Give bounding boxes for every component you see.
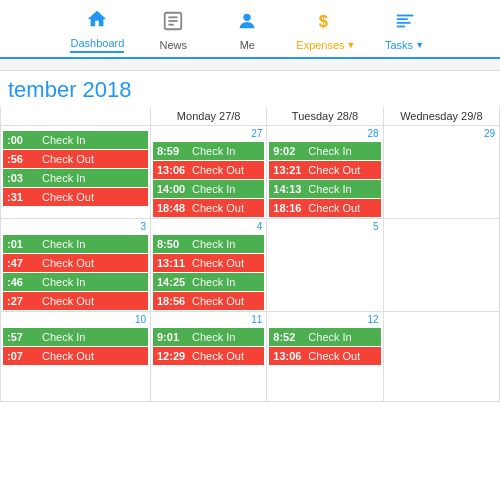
nav-news[interactable]: News xyxy=(148,10,198,51)
week3-tue-col: 12 8:52 Check In 13:06 Check Out xyxy=(267,312,383,402)
col-header-tue: Tuesday 28/8 xyxy=(267,107,383,126)
tasks-arrow: ▼ xyxy=(415,40,424,50)
header: Dashboard News Me $ Expenses ▼ Tasks ▼ xyxy=(0,0,500,59)
week3-tue-date: 12 xyxy=(267,312,382,327)
w3-left-ev1: :57 Check In xyxy=(3,328,148,346)
col-header-left xyxy=(1,107,151,126)
week2-wed-date xyxy=(384,219,499,223)
expenses-arrow: ▼ xyxy=(347,40,356,50)
week2-mon-col: 4 8:50 Check In 13:11 Check Out 14:25 Ch… xyxy=(151,219,267,312)
w2-left-ev1: :01 Check In xyxy=(3,235,148,253)
nav-expenses-label: Expenses xyxy=(296,39,344,51)
week2-tue-col: 5 xyxy=(267,219,383,312)
nav-dashboard-label: Dashboard xyxy=(70,37,124,49)
nav-dashboard[interactable]: Dashboard xyxy=(70,8,124,53)
w1-tue-ev4: 18:16 Check Out xyxy=(269,199,380,217)
nav-me[interactable]: Me xyxy=(222,10,272,51)
tasks-label-row: Tasks ▼ xyxy=(385,39,424,51)
w1-tue-ev2: 13:21 Check Out xyxy=(269,161,380,179)
sub-header xyxy=(0,59,500,71)
week2-mon-date: 4 xyxy=(151,219,266,234)
svg-point-4 xyxy=(244,14,251,21)
w3-tue-ev2: 13:06 Check Out xyxy=(269,347,380,365)
w1-left-ev1: :00 Check In xyxy=(3,131,148,149)
w2-mon-ev1: 8:50 Check In xyxy=(153,235,264,253)
week1-tue-col: 28 9:02 Check In 13:21 Check Out 14:13 C… xyxy=(267,126,383,219)
nav-me-label: Me xyxy=(240,39,255,51)
w1-left-ev4: :31 Check Out xyxy=(3,188,148,206)
calendar: Monday 27/8 Tuesday 28/8 Wednesday 29/8 … xyxy=(0,107,500,402)
w2-left-ev2: :47 Check Out xyxy=(3,254,148,272)
nav-tasks[interactable]: Tasks ▼ xyxy=(380,10,430,51)
week1-left-col: :00 Check In :56 Check Out :03 Check In … xyxy=(1,126,151,219)
week2-left-date: 3 xyxy=(1,219,150,234)
w2-left-ev4: :27 Check Out xyxy=(3,292,148,310)
nav-expenses[interactable]: $ Expenses ▼ xyxy=(296,10,355,51)
w1-left-ev2: :56 Check Out xyxy=(3,150,148,168)
week1-wed-col: 29 xyxy=(384,126,500,219)
w2-mon-ev4: 18:56 Check Out xyxy=(153,292,264,310)
week2-wed-col xyxy=(384,219,500,312)
w3-mon-ev1: 9:01 Check In xyxy=(153,328,264,346)
week3-mon-date: 11 xyxy=(151,312,266,327)
nav-tasks-label: Tasks xyxy=(385,39,413,51)
w2-mon-ev2: 13:11 Check Out xyxy=(153,254,264,272)
person-icon xyxy=(236,10,258,37)
w1-mon-ev1: 8:59 Check In xyxy=(153,142,264,160)
w1-left-ev3: :03 Check In xyxy=(3,169,148,187)
w1-mon-ev3: 14:00 Check In xyxy=(153,180,264,198)
week1-wed-date: 29 xyxy=(384,126,499,141)
w2-left-ev3: :46 Check In xyxy=(3,273,148,291)
news-icon xyxy=(162,10,184,37)
month-title: tember 2018 xyxy=(0,71,500,107)
w3-tue-ev1: 8:52 Check In xyxy=(269,328,380,346)
week1-left-date xyxy=(1,126,150,130)
nav-news-label: News xyxy=(160,39,188,51)
w1-mon-ev2: 13:06 Check Out xyxy=(153,161,264,179)
w1-mon-ev4: 18:48 Check Out xyxy=(153,199,264,217)
week3-wed-col xyxy=(384,312,500,402)
w2-mon-ev3: 14:25 Check In xyxy=(153,273,264,291)
w3-left-ev2: :07 Check Out xyxy=(3,347,148,365)
month-title-text: tember 2018 xyxy=(8,77,132,102)
week3-wed-date xyxy=(384,312,499,316)
week1-mon-date: 27 xyxy=(151,126,266,141)
expenses-label-row: Expenses ▼ xyxy=(296,39,355,51)
week3-left-date: 10 xyxy=(1,312,150,327)
week3-left-col: 10 :57 Check In :07 Check Out xyxy=(1,312,151,402)
home-icon xyxy=(86,8,108,35)
w3-mon-ev2: 12:29 Check Out xyxy=(153,347,264,365)
week3-mon-col: 11 9:01 Check In 12:29 Check Out xyxy=(151,312,267,402)
w1-tue-ev3: 14:13 Check In xyxy=(269,180,380,198)
week1-mon-col: 27 8:59 Check In 13:06 Check Out 14:00 C… xyxy=(151,126,267,219)
svg-text:$: $ xyxy=(319,12,328,30)
expenses-icon: $ xyxy=(315,10,337,37)
w1-tue-ev1: 9:02 Check In xyxy=(269,142,380,160)
col-header-wed: Wednesday 29/8 xyxy=(384,107,500,126)
week2-left-col: 3 :01 Check In :47 Check Out :46 Check I… xyxy=(1,219,151,312)
tasks-icon xyxy=(394,10,416,37)
week1-tue-date: 28 xyxy=(267,126,382,141)
week2-tue-date: 5 xyxy=(267,219,382,234)
col-header-mon: Monday 27/8 xyxy=(151,107,267,126)
